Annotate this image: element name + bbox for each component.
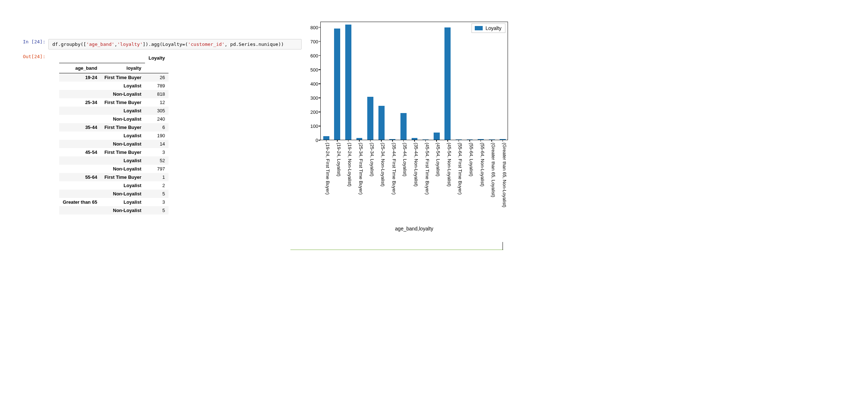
cell-value: 818: [145, 90, 169, 98]
y-tick-mark: [319, 126, 320, 126]
bar: [378, 106, 385, 140]
row-index-loyalty: First Time Buyer: [101, 173, 145, 181]
y-tick-label: 600: [302, 53, 318, 58]
x-tick-label: (45-54, Loyalist): [435, 143, 441, 176]
row-index-age-band: [59, 107, 101, 115]
row-index-loyalty: Loyalist: [101, 107, 145, 115]
cell-value: 3: [145, 198, 169, 206]
row-index-age-band: [59, 90, 101, 98]
y-tick-mark: [319, 112, 320, 112]
bar: [400, 113, 407, 140]
y-tick-mark: [319, 55, 320, 56]
row-index-loyalty: Loyalist: [101, 131, 145, 140]
row-index-age-band: [59, 115, 101, 123]
col-header-loyalty: Loyalty: [145, 53, 169, 63]
code-str: 'customer_id': [188, 42, 225, 47]
x-tick-label: (25-34, Loyalist): [369, 143, 374, 176]
row-index-loyalty: Non-Loyalist: [101, 206, 145, 215]
row-index-age-band: [59, 206, 101, 215]
x-tick-label: (45-54, Non-Loyalist): [446, 143, 452, 186]
dataframe-table: Loyalty age_band loyalty 19-24First Time…: [59, 53, 168, 215]
x-tick-label: (25-34, Non-Loyalist): [380, 143, 386, 186]
table-row: Loyalist789: [59, 82, 168, 90]
x-tick-mark: [436, 140, 437, 142]
x-tick-label: (55-64, Non-Loyalist): [479, 143, 485, 186]
cell-value: 240: [145, 115, 169, 123]
row-index-loyalty: First Time Buyer: [101, 148, 145, 156]
table-row: Loyalist52: [59, 156, 168, 165]
cell-value: 12: [145, 98, 169, 107]
y-tick-label: 100: [302, 123, 318, 129]
code-frag: ,: [114, 42, 117, 47]
x-tick-mark: [503, 140, 503, 142]
cell-value: 52: [145, 156, 169, 165]
code-str: 'age_band': [86, 42, 114, 47]
table-row: 19-24First Time Buyer26: [59, 73, 168, 82]
x-tick-mark: [469, 140, 470, 142]
page: In [24]: df.groupby(['age_band','loyalty…: [0, 0, 868, 415]
x-tick-label: (25-34, First Time Buyer): [358, 143, 364, 195]
cell-value: 3: [145, 148, 169, 156]
row-index-loyalty: Loyalist: [101, 181, 145, 190]
bar: [444, 27, 451, 140]
x-tick-label: (55-64, First Time Buyer): [457, 143, 463, 195]
x-axis-label: age_band,loyalty: [320, 226, 508, 232]
bar: [367, 97, 373, 140]
code-str: 'loyalty': [117, 42, 143, 47]
x-tick-mark: [447, 140, 448, 142]
table-row: 25-34First Time Buyer12: [59, 98, 168, 107]
cell-value: 2: [145, 181, 169, 190]
row-index-loyalty: First Time Buyer: [101, 123, 145, 131]
code-frag: (: [185, 42, 188, 47]
x-tick-label: (19-24, Non-Loyalist): [347, 143, 352, 186]
x-tick-mark: [481, 140, 481, 142]
table-row: 55-64First Time Buyer1: [59, 173, 168, 181]
row-index-loyalty: Non-Loyalist: [101, 190, 145, 198]
x-tick-label: (35-44, First Time Buyer): [391, 143, 396, 195]
bar: [323, 136, 329, 140]
table-row: 35-44First Time Buyer6: [59, 123, 168, 131]
x-tick-mark: [337, 140, 338, 142]
cell-value: 305: [145, 107, 169, 115]
table-row: 45-54First Time Buyer3: [59, 148, 168, 156]
table-row: Loyalist190: [59, 131, 168, 140]
row-index-age-band: 19-24: [59, 73, 101, 82]
table-row: Non-Loyalist240: [59, 115, 168, 123]
table-row: Non-Loyalist797: [59, 165, 168, 173]
row-index-loyalty: First Time Buyer: [101, 98, 145, 107]
in-prompt: In [24]:: [20, 39, 48, 49]
table-row: Non-Loyalist818: [59, 90, 168, 98]
y-tick-label: 200: [302, 109, 318, 114]
row-index-loyalty: Non-Loyalist: [101, 115, 145, 123]
row-index-age-band: 25-34: [59, 98, 101, 107]
row-index-age-band: Greater than 65: [59, 198, 101, 206]
y-tick-label: 500: [302, 67, 318, 72]
bar: [334, 29, 340, 140]
row-index-age-band: [59, 131, 101, 140]
code-frag: ]).agg(Loyalty: [143, 42, 182, 47]
plot-area: Loyalty (19-24, First Time Buyer)(19-24,…: [320, 22, 508, 140]
x-tick-mark: [348, 140, 349, 142]
x-tick-label: (19-24, Loyalist): [336, 143, 341, 176]
x-tick-mark: [370, 140, 371, 142]
cell-value: 5: [145, 190, 169, 198]
y-tick-mark: [319, 69, 320, 70]
row-index-age-band: 35-44: [59, 123, 101, 131]
y-tick-label: 400: [302, 81, 318, 86]
row-index-age-band: 55-64: [59, 173, 101, 181]
row-index-age-band: [59, 140, 101, 148]
x-tick-label: (19-24, First Time Buyer): [325, 143, 330, 195]
code-frag: , pd.Series.nunique)): [224, 42, 284, 47]
x-tick-mark: [459, 140, 459, 142]
code-cell[interactable]: df.groupby(['age_band','loyalty']).agg(L…: [48, 39, 302, 49]
cell-value: 190: [145, 131, 169, 140]
row-index-age-band: [59, 156, 101, 165]
idx-header-loyalty: loyalty: [101, 63, 145, 73]
y-tick-label: 300: [302, 95, 318, 100]
row-index-loyalty: Loyalist: [101, 156, 145, 165]
x-tick-label: (Greater than 65, Loyalist): [491, 143, 496, 197]
cell-value: 6: [145, 123, 169, 131]
y-tick-mark: [319, 41, 320, 42]
row-index-loyalty: Non-Loyalist: [101, 90, 145, 98]
x-tick-label: (35-44, Loyalist): [402, 143, 408, 176]
